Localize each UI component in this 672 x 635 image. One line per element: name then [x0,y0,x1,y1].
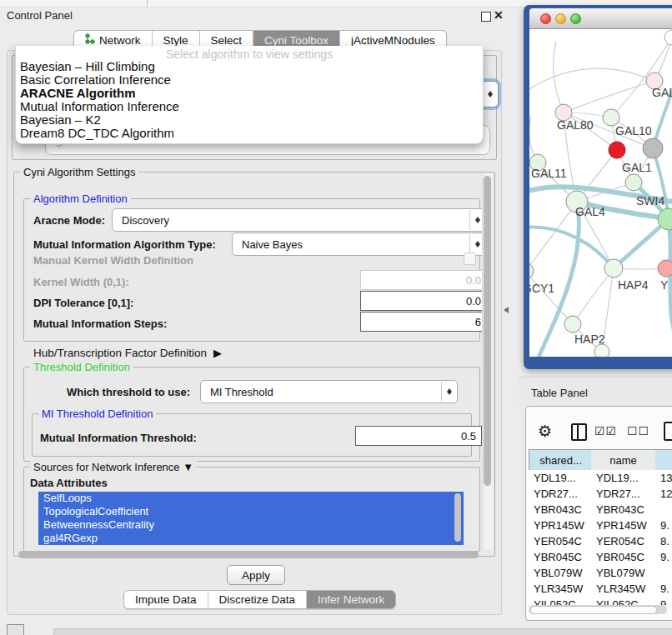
kernel-width-field[interactable]: 0.0 [360,270,487,290]
table-row[interactable]: YDR27...YDR27...12 [529,486,672,502]
table-row[interactable]: YBL079WYBL079W [529,565,672,581]
mi-steps-value: 6 [475,316,481,328]
tab-discretize-data[interactable]: Discretize Data [208,591,307,608]
network-node[interactable] [604,259,623,278]
table-row[interactable]: YPR145WYPR145W9. [529,518,672,533]
network-node[interactable] [643,138,663,158]
table-header: shared...name [529,449,672,469]
bottom-status-bar [53,628,672,635]
splitter-collapse-arrow-icon[interactable] [504,307,509,313]
network-node[interactable] [625,174,642,191]
network-edge[interactable] [529,68,654,89]
unchecked-columns-icon[interactable]: ☐☐ [627,424,649,438]
network-node[interactable] [658,260,672,277]
network-edge[interactable] [564,81,654,112]
network-edge[interactable] [554,42,564,112]
split-view-icon[interactable] [571,423,587,441]
network-node[interactable] [564,316,581,332]
network-edge[interactable] [669,219,672,357]
column-header-2[interactable] [655,449,672,471]
attribute-item-topologicalcoefficient[interactable]: TopologicalCoefficient [38,505,464,518]
node-label-hap4: HAP4 [618,278,649,292]
close-traffic-light-icon[interactable] [540,13,551,24]
table-cell: YBR045C [529,551,591,563]
gear-icon[interactable]: ⚙ [538,422,552,441]
minimize-traffic-light-icon[interactable] [555,13,566,24]
column-header-shared[interactable]: shared... [529,449,593,471]
tab-impute-data[interactable]: Impute Data [124,591,208,608]
table-cell: YIL052C [591,598,655,605]
attribute-item-betweennesscentrality[interactable]: BetweennessCentrality [38,518,464,532]
tab-infer-network[interactable]: Infer Network [306,591,395,608]
aracne-mode-combo[interactable]: Discovery [112,208,486,232]
table-panel-title: Table Panel [531,387,588,399]
network-window-titlebar[interactable] [529,8,672,29]
bottom-left-icon[interactable] [7,624,24,635]
table-row[interactable]: YER054CYER054C8. [529,533,672,549]
table-row[interactable]: YBR045CYBR045C9. [529,549,672,565]
node-label-gal: GAL [652,86,672,99]
table-row[interactable]: YBR043CYBR043C [529,502,672,518]
attribute-item-gal4rgexp[interactable]: gal4RGexp [38,532,464,545]
dropdown-item-bayesian-k2[interactable]: Bayesian – K2 [16,113,483,127]
float-window-icon[interactable] [481,12,491,22]
mi-threshold-field[interactable]: 0.5 [355,426,482,446]
table-cell: YBR043C [591,503,655,516]
dropdown-item-aracne-algorithm[interactable]: ARACNE Algorithm [16,87,483,100]
manual-kernel-checkbox[interactable] [464,252,476,265]
table-hscrollbar-track[interactable] [529,605,667,614]
table-cell: 9. [655,519,672,532]
network-node[interactable] [664,30,672,45]
mi-type-combo[interactable]: Naive Bayes [232,232,486,256]
table-row[interactable]: YIL052CYIL052C9. [529,597,672,605]
dropdown-item-bayesian-hill-climbing[interactable]: Bayesian – Hill Climbing [16,60,483,73]
dropdown-item-mutual-information-inference[interactable]: Mutual Information Inference [16,100,483,113]
which-threshold-combo[interactable]: MI Threshold [200,380,458,403]
network-edge[interactable] [573,268,614,324]
data-attributes-list[interactable]: SelfLoopsTopologicalCoefficientBetweenne… [38,492,464,545]
checked-columns-icon[interactable]: ☑☑ [594,424,617,438]
attribute-item-selfloops[interactable]: SelfLoops [38,492,464,505]
table-cell: YDR27... [529,488,591,500]
column-header-name[interactable]: name [591,449,656,471]
node-label-gal10: GAL10 [615,124,652,138]
dropdown-items: Bayesian – Hill ClimbingBasic Correlatio… [16,60,483,140]
dpi-tolerance-field[interactable]: 0.0 [360,291,487,311]
attributes-list-scrollbar[interactable] [454,493,461,542]
node-label-gcy1: GCY1 [529,282,554,295]
mi-type-label: Mutual Information Algorithm Type: [33,238,216,251]
network-edge[interactable] [611,38,672,118]
hub-definition-toggle[interactable]: Hub/Transcription Factor Definition▶ [33,347,222,359]
network-node[interactable] [609,142,625,158]
mi-steps-field[interactable]: 6 [360,312,487,332]
table-cell: YPR145W [529,519,591,532]
zoom-traffic-light-icon[interactable] [570,13,581,24]
network-node[interactable] [594,344,609,357]
stepper-icon [441,382,456,402]
table-rows[interactable]: YDL19...YDL19...13YDR27...YDR27...12YBR0… [529,470,672,605]
network-node[interactable] [529,262,534,279]
network-edge[interactable] [529,271,573,324]
network-edge[interactable] [529,228,614,268]
cyni-settings-title: Cyni Algorithm Settings [20,166,138,178]
table-row[interactable]: YLR345WYLR345W9. [529,581,672,597]
table-row[interactable]: YDL19...YDL19...13 [529,470,672,486]
table-cell: 9. [655,598,672,605]
network-edge[interactable] [536,202,579,357]
document-icon[interactable] [664,422,672,441]
table-cell: YLR345W [529,582,591,595]
tab-label: Network [99,34,141,47]
bottom-tabs: Impute DataDiscretize DataInfer Network [123,590,396,609]
network-node[interactable] [603,109,619,126]
table-cell: YBL079W [529,567,591,579]
dropdown-item-dream8-dc-tdc-algorithm[interactable]: Dream8 DC_TDC Algorithm [16,127,483,140]
close-icon[interactable]: ✕ [494,8,504,22]
dropdown-item-basic-correlation-inference[interactable]: Basic Correlation Inference [16,73,483,87]
settings-vscrollbar-thumb[interactable] [484,176,491,486]
table-hscrollbar-thumb[interactable] [530,606,657,614]
apply-button[interactable]: Apply [227,565,285,585]
network-view[interactable]: GALGAL80GAL10GAL1GAL11SWI4GAL4GCY1HAP4YH… [529,29,672,357]
sources-title[interactable]: Sources for Network Inference ▼ [30,461,197,473]
algorithm-dropdown: Select algorithm to view settings Bayesi… [15,46,484,144]
settings-hscrollbar-thumb[interactable] [18,551,479,558]
